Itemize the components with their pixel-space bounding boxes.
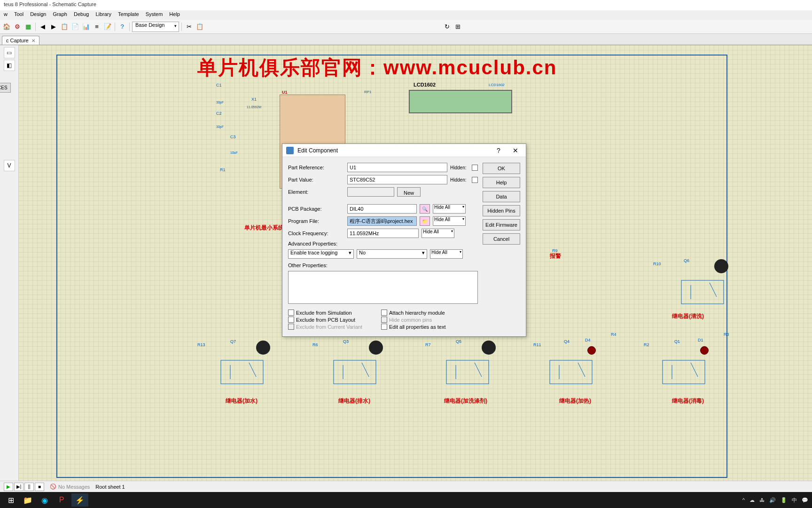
tool-icon[interactable]: ≡ (92, 22, 102, 32)
browse-icon[interactable]: 🔍 (420, 204, 430, 214)
menu-item[interactable]: Graph (53, 11, 67, 19)
step-button[interactable]: ▶| (14, 483, 23, 491)
volume-icon[interactable]: 🔊 (769, 497, 776, 503)
home-icon[interactable]: 🏠 (2, 22, 11, 32)
help-button[interactable]: Help (483, 177, 520, 188)
arrow-left-icon[interactable]: ◀ (38, 22, 47, 32)
program-file-input[interactable] (347, 216, 417, 226)
app-icon[interactable]: ⚡ (71, 493, 88, 507)
exc-sim-checkbox[interactable] (288, 310, 294, 316)
messages-indicator[interactable]: 🚫 No Messages (50, 484, 90, 490)
menu-item[interactable]: Template (118, 11, 139, 19)
hide-combo[interactable]: Hide All (433, 204, 466, 214)
attach-checkbox[interactable] (381, 310, 387, 316)
adv-val-combo[interactable]: No▾ (357, 249, 427, 259)
led-d4 (587, 346, 596, 355)
svg-line-17 (710, 283, 717, 297)
q3: Q3 (343, 339, 349, 344)
dialog-titlebar[interactable]: Edit Component ? ✕ (282, 144, 526, 157)
tool-icon[interactable]: ⊞ (453, 22, 462, 32)
hide-combo[interactable]: Hide All (430, 249, 463, 259)
tool-icon[interactable]: 📊 (81, 22, 91, 32)
file-explorer-icon[interactable]: 📁 (21, 493, 35, 507)
element-combo[interactable] (347, 187, 394, 197)
pcb-icon[interactable]: ▦ (23, 22, 33, 32)
edit-firmware-button[interactable]: Edit Firmware (483, 219, 520, 230)
other-label: Other Properties: (288, 262, 328, 268)
hide-combo[interactable]: Hide All (433, 216, 466, 226)
menu-item[interactable]: System (146, 11, 163, 19)
checkbox-label: Hide common pins (389, 317, 432, 323)
relay-symbol (216, 356, 273, 389)
help-icon[interactable]: ? (492, 147, 505, 154)
relay-label: 继电器(加洗涤剂) (444, 397, 487, 405)
edit-text-checkbox[interactable] (381, 324, 387, 330)
design-combo[interactable]: Base Design (132, 22, 179, 32)
menu-item[interactable]: Library (95, 11, 111, 19)
start-button[interactable]: ⊞ (4, 493, 18, 507)
cancel-button[interactable]: Cancel (483, 233, 520, 245)
other-properties-textarea[interactable] (288, 271, 478, 304)
notification-icon[interactable]: 💬 (802, 497, 808, 503)
exc-pcb-checkbox[interactable] (288, 317, 294, 323)
tool-icon[interactable]: 📋 (195, 22, 204, 32)
relay-symbol (329, 356, 385, 389)
browse-button[interactable]: 📁 (420, 216, 430, 226)
menu-item[interactable]: w (4, 11, 8, 19)
relay-label: 继电器(消毒) (672, 397, 704, 405)
arrow-right-icon[interactable]: ▶ (49, 22, 58, 32)
r13: R13 (197, 342, 205, 347)
close-icon[interactable]: ✕ (31, 38, 35, 43)
relay-coil (714, 259, 728, 273)
rp1-label: RP1 (364, 90, 372, 94)
cursor-icon[interactable]: ▭ (4, 47, 15, 58)
tool-icon[interactable]: V (4, 160, 15, 171)
hidden-pins-button[interactable]: Hidden Pins (483, 205, 520, 216)
close-icon[interactable]: ✕ (509, 147, 522, 154)
hidden-checkbox[interactable] (472, 177, 478, 183)
schematic-icon[interactable]: ⚙ (13, 22, 22, 32)
network-icon[interactable]: 🖧 (759, 497, 765, 503)
help-icon[interactable]: ? (117, 22, 127, 32)
part-val-input[interactable] (347, 175, 447, 184)
c2v: 30pF (216, 125, 224, 128)
part-ref-input[interactable] (347, 163, 447, 172)
section-mcu: 单片机最小系统 (244, 224, 284, 232)
tool-icon[interactable]: 📄 (70, 22, 80, 32)
menu-item[interactable]: Debug (74, 11, 89, 19)
pcb-label: PCB Package: (288, 206, 344, 212)
menu-item[interactable]: Help (169, 11, 180, 19)
edge-icon[interactable]: ◉ (38, 493, 52, 507)
tool-icon[interactable]: ✂ (184, 22, 194, 32)
r3: R3 (724, 332, 729, 337)
tool-icon[interactable]: ↻ (442, 22, 452, 32)
clock-input[interactable] (347, 229, 419, 238)
stop-button[interactable]: ■ (35, 483, 44, 491)
tray-chevron-icon[interactable]: ^ (742, 497, 745, 503)
battery-icon[interactable]: 🔋 (781, 497, 787, 503)
menu-item[interactable]: Design (30, 11, 46, 19)
tab-schematic[interactable]: c Capture ✕ (2, 36, 39, 45)
onedrive-icon[interactable]: ☁ (750, 497, 755, 503)
hidden-checkbox[interactable] (472, 165, 478, 171)
menu-item[interactable]: Tool (14, 11, 23, 19)
adv-prop-combo[interactable]: Enable trace logging▾ (288, 249, 354, 259)
q1: Q1 (674, 339, 680, 344)
tool-icon[interactable]: 📝 (103, 22, 112, 32)
powerpoint-icon[interactable]: P (55, 493, 69, 507)
hide-combo[interactable]: Hide All (422, 229, 454, 238)
pause-button[interactable]: || (24, 483, 34, 491)
q5: Q5 (456, 339, 461, 344)
ok-button[interactable]: OK (483, 163, 520, 174)
tool-icon[interactable]: 📋 (60, 22, 69, 32)
part-ref-label: Part Reference: (288, 165, 344, 170)
pcb-input[interactable] (347, 204, 417, 214)
devices-panel-tab[interactable]: EVICES (0, 83, 11, 93)
lcd-component[interactable] (409, 90, 512, 113)
play-button[interactable]: ▶ (4, 483, 13, 491)
edit-component-dialog: Edit Component ? ✕ Part Reference: Hidde… (282, 143, 526, 337)
component-icon[interactable]: ◧ (4, 60, 15, 71)
ime-indicator[interactable]: 中 (792, 497, 797, 504)
new-button[interactable]: New (397, 187, 421, 197)
data-button[interactable]: Data (483, 191, 520, 202)
